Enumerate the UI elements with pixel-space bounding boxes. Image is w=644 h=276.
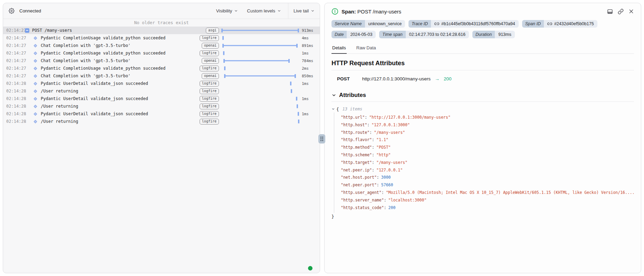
trace-duration: 2ms bbox=[302, 66, 320, 71]
trace-row[interactable]: 02:14:28/User returninglogfire bbox=[3, 87, 320, 95]
trace-row[interactable]: 02:14:27Pydantic CompletionUsage validat… bbox=[3, 34, 320, 42]
scope-badge: logfire bbox=[200, 35, 219, 41]
trace-row[interactable]: 02:14:27Chat Completion with 'gpt-3.5-tu… bbox=[3, 42, 320, 49]
connection-status-label: Connected bbox=[19, 8, 41, 13]
diamond-icon bbox=[33, 67, 37, 70]
scope-badge: logfire bbox=[200, 119, 219, 125]
panel-resize-grip[interactable] bbox=[318, 134, 325, 144]
json-key: "http.route" bbox=[341, 130, 369, 135]
meta-pill-value[interactable]: #b1c445ef3b0b43116df5760ffb470a94 bbox=[431, 20, 519, 28]
json-value: "localhost:3000" bbox=[388, 198, 427, 203]
trace-row[interactable]: 02:14:28/User returninglogfire bbox=[3, 102, 320, 110]
chevron-down-icon bbox=[331, 93, 336, 98]
visibility-label: Visibility bbox=[216, 8, 232, 13]
json-value: "POST" bbox=[376, 145, 391, 150]
meta-pill-label: Duration bbox=[472, 31, 495, 38]
http-status-code: 200 bbox=[444, 76, 452, 81]
tab-details[interactable]: Details bbox=[331, 45, 347, 53]
close-button[interactable] bbox=[628, 9, 634, 14]
json-value: "127.0.0.1" bbox=[376, 168, 403, 172]
json-value: 3000 bbox=[381, 175, 391, 180]
no-older-traces-notice: No older traces exist bbox=[3, 19, 320, 27]
json-items-count: 13 items bbox=[343, 107, 363, 111]
trace-label: /User returning bbox=[41, 104, 200, 109]
http-url: http://127.0.0.1:3000/many-users bbox=[362, 76, 431, 81]
diamond-icon bbox=[33, 59, 37, 62]
meta-pill-label: Trace ID bbox=[408, 20, 431, 28]
custom-levels-label: Custom levels bbox=[247, 8, 275, 13]
scope-badge: logfire bbox=[200, 103, 219, 109]
duration-bar bbox=[222, 36, 224, 40]
span-details-panel: Span: POST /many-users Service Nameunkno… bbox=[324, 3, 641, 273]
trace-row[interactable]: 02:14:28Pydantic UserDetail validate_jso… bbox=[3, 110, 320, 118]
trace-row[interactable]: 02:14:27POST /many-usersasgi913ms bbox=[3, 27, 320, 34]
trace-timestamp: 02:14:27 bbox=[3, 28, 23, 33]
live-tail-label: Live tail bbox=[294, 8, 309, 13]
json-entry: "http.server_name":"localhost:3000" bbox=[341, 197, 634, 204]
trace-label: /User returning bbox=[41, 89, 200, 93]
meta-pill-value[interactable]: #2432d40ef5b0b175 bbox=[544, 20, 597, 28]
live-tail-section: Live tail bbox=[288, 3, 320, 19]
trace-timestamp: 02:14:27 bbox=[3, 66, 23, 71]
meta-pill-span-id: Span ID#2432d40ef5b0b175 bbox=[522, 20, 597, 28]
meta-pill-duration: Duration913ms bbox=[472, 31, 515, 38]
trace-duration: 1ms bbox=[302, 51, 320, 56]
trace-duration: 891ms bbox=[302, 43, 320, 48]
trace-row[interactable]: 02:14:27Pydantic CompletionUsage validat… bbox=[3, 49, 320, 57]
attributes-section-header[interactable]: Attributes bbox=[331, 92, 634, 98]
dock-panel-button[interactable] bbox=[607, 9, 613, 14]
scope-badge: logfire bbox=[200, 96, 219, 102]
tab-raw-data[interactable]: Raw Data bbox=[356, 45, 377, 53]
scope-badge: logfire bbox=[200, 50, 219, 56]
json-value: 200 bbox=[388, 205, 396, 210]
custom-levels-dropdown[interactable]: Custom levels bbox=[247, 8, 281, 13]
json-entry: "http.flavor":"1.1" bbox=[341, 136, 634, 144]
diamond-icon bbox=[33, 120, 37, 123]
json-key: "http.scheme" bbox=[341, 152, 372, 157]
chevron-down-icon bbox=[277, 9, 281, 13]
trace-row[interactable]: 02:14:27Chat Completion with 'gpt-3.5-tu… bbox=[3, 72, 320, 80]
trace-timestamp: 02:14:28 bbox=[3, 111, 23, 116]
diamond-icon bbox=[33, 74, 37, 78]
trace-timestamp: 02:14:28 bbox=[3, 89, 23, 93]
json-entry: "net.peer.port":57660 bbox=[341, 181, 634, 189]
duration-bar bbox=[223, 60, 290, 61]
trace-timeline bbox=[221, 95, 299, 102]
collapse-minus-icon[interactable] bbox=[25, 28, 29, 33]
json-value: "1.1" bbox=[376, 137, 388, 142]
duration-bar bbox=[224, 67, 225, 70]
meta-pill-service-name: Service Nameunknown_service bbox=[331, 20, 405, 28]
trace-row[interactable]: 02:14:28Pydantic UserDetail validate_jso… bbox=[3, 80, 320, 87]
arrow-right-icon: → bbox=[435, 76, 440, 81]
diamond-icon bbox=[33, 44, 37, 47]
trace-timestamp: 02:14:27 bbox=[3, 43, 23, 48]
json-root-toggle[interactable]: { 13 items bbox=[331, 106, 634, 112]
trace-duration: 913ms bbox=[302, 28, 320, 33]
copy-link-button[interactable] bbox=[618, 9, 624, 14]
trace-label: /User returning bbox=[41, 119, 200, 124]
json-key: "net.peer.port" bbox=[341, 183, 377, 187]
trace-row[interactable]: 02:14:27Pydantic CompletionUsage validat… bbox=[3, 65, 320, 72]
scope-badge: logfire bbox=[200, 88, 219, 94]
settings-button[interactable] bbox=[9, 8, 15, 14]
meta-pill-trace-id: Trace ID#b1c445ef3b0b43116df5760ffb470a9… bbox=[408, 20, 519, 28]
trace-timestamp: 02:14:27 bbox=[3, 73, 23, 78]
scope-badge: openai bbox=[202, 43, 219, 49]
json-entry: "http.user_agent":"Mozilla/5.0 (Macintos… bbox=[341, 189, 634, 197]
json-entry: "http.url":"http://127.0.0.1:3000/many-u… bbox=[341, 114, 634, 121]
json-value: "http" bbox=[376, 152, 391, 157]
live-tail-dropdown[interactable]: Live tail bbox=[294, 8, 315, 13]
live-status-dot bbox=[308, 266, 313, 270]
visibility-dropdown[interactable]: Visibility bbox=[216, 8, 238, 13]
duration-bar bbox=[223, 51, 224, 55]
trace-row[interactable]: 02:14:27Chat Completion with 'gpt-3.5-tu… bbox=[3, 57, 320, 65]
trace-timeline bbox=[221, 42, 299, 49]
trace-label: Pydantic CompletionUsage validate_python… bbox=[41, 51, 200, 56]
trace-timeline bbox=[221, 118, 299, 125]
json-key: "http.method" bbox=[341, 145, 372, 150]
diamond-icon bbox=[33, 97, 37, 100]
diamond-icon bbox=[33, 36, 37, 40]
trace-timeline bbox=[221, 57, 299, 65]
trace-row[interactable]: 02:14:28Pydantic UserDetail validate_jso… bbox=[3, 95, 320, 102]
trace-row[interactable]: 02:14:28/User returninglogfire bbox=[3, 118, 320, 125]
